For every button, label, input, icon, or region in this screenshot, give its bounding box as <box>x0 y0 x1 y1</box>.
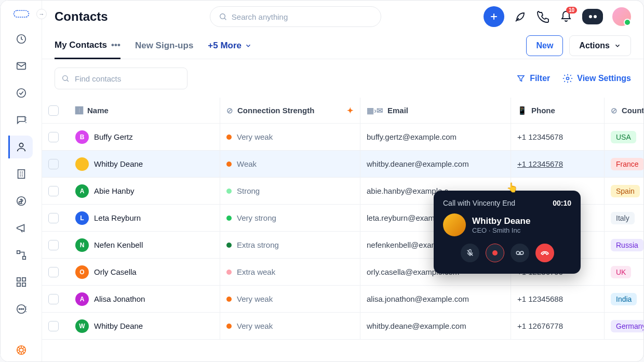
deals-icon[interactable] <box>10 190 33 212</box>
cell-country: UK <box>604 259 643 285</box>
rocket-icon[interactable] <box>514 10 527 23</box>
add-button[interactable] <box>484 6 504 27</box>
table-row[interactable]: WWhitby Deane Very weak whitby.deane@exa… <box>42 313 643 340</box>
col-phone[interactable]: 📱Phone <box>511 98 604 123</box>
cell-strength: Very strong <box>220 205 360 231</box>
top-actions: 10 <box>484 6 631 27</box>
tasks-icon[interactable] <box>10 82 33 104</box>
row-checkbox[interactable] <box>48 132 59 142</box>
more-icon[interactable]: ⋮ <box>10 298 33 320</box>
cell-phone[interactable]: +1 12345688 <box>511 286 604 312</box>
mute-button[interactable] <box>461 244 479 262</box>
svg-point-22 <box>516 251 519 254</box>
assistant-icon[interactable] <box>582 9 603 24</box>
phone-icon[interactable] <box>536 10 550 23</box>
sparkle-icon: ✦ <box>347 106 354 115</box>
svg-point-15 <box>21 309 22 310</box>
table-row[interactable]: BBuffy Gertz Very weak buffy.gertz@examp… <box>42 124 643 151</box>
col-name[interactable]: 🆃Name <box>69 106 220 115</box>
expand-sidebar-button[interactable]: → <box>36 9 47 19</box>
cell-name: BBuffy Gertz <box>69 130 220 144</box>
call-timer: 00:10 <box>553 199 571 207</box>
cell-strength: Weak <box>220 151 360 177</box>
new-button[interactable]: New <box>526 35 563 56</box>
apps-icon[interactable] <box>10 271 33 293</box>
row-checkbox[interactable] <box>48 294 59 304</box>
search-input[interactable] <box>232 12 372 21</box>
cell-name: AAbie Hanby <box>69 184 220 198</box>
voicemail-button[interactable] <box>511 244 529 262</box>
cell-email: whitby.deaner@example.com <box>360 151 511 177</box>
table-row[interactable]: Whitby Deane Weak whitby.deaner@example.… <box>42 151 643 178</box>
svg-point-4 <box>19 143 23 147</box>
tab-new-signups[interactable]: New Sign-ups <box>135 33 193 58</box>
cell-strength: Very weak <box>220 124 360 150</box>
chevron-down-icon <box>245 42 252 49</box>
record-button[interactable] <box>486 244 504 262</box>
svg-rect-9 <box>17 278 20 281</box>
call-contact-subtitle: CEO · Smith Inc <box>472 226 530 234</box>
col-strength[interactable]: ⊘Connection Strength✦ <box>220 98 360 123</box>
tab-my-contacts[interactable]: My Contacts••• <box>55 33 120 59</box>
sidebar: → ⋮ ⋮ <box>1 1 42 361</box>
chat-icon[interactable]: ⋮ <box>10 109 33 131</box>
col-country[interactable]: ⊘Country <box>604 98 643 123</box>
row-checkbox[interactable] <box>48 267 59 277</box>
contacts-icon[interactable] <box>8 136 33 158</box>
find-contacts[interactable] <box>55 68 187 89</box>
svg-rect-10 <box>22 278 25 281</box>
row-checkbox[interactable] <box>48 213 59 223</box>
row-checkbox[interactable] <box>48 240 59 250</box>
col-email[interactable]: ▦›✉Email <box>360 98 511 123</box>
companies-icon[interactable] <box>10 163 33 185</box>
filter-button[interactable]: Filter <box>516 74 550 83</box>
cell-country: France <box>604 151 643 177</box>
cell-email: whitby.deane@example.com <box>360 313 511 339</box>
svg-rect-8 <box>22 257 25 260</box>
cell-country: Russia <box>604 232 643 258</box>
view-settings-button[interactable]: View Settings <box>562 73 631 84</box>
main-content: Contacts 10 My Contacts••• New Sign-ups … <box>42 1 643 361</box>
cell-strength: Extra weak <box>220 259 360 285</box>
campaigns-icon[interactable] <box>10 217 33 239</box>
page-title: Contacts <box>55 9 108 24</box>
cell-email: buffy.gertz@example.com <box>360 124 511 150</box>
toolbar: Filter View Settings <box>42 59 643 98</box>
cell-name: LLeta Reyburn <box>69 211 220 225</box>
cell-strength: Very weak <box>220 313 360 339</box>
help-icon[interactable] <box>10 339 33 361</box>
cell-phone[interactable]: +1 12345678 <box>511 151 604 177</box>
tabs-row: My Contacts••• New Sign-ups +5 More New … <box>42 33 643 59</box>
find-input[interactable] <box>75 74 181 83</box>
select-all-checkbox[interactable] <box>48 105 59 116</box>
workflows-icon[interactable] <box>10 244 33 266</box>
svg-rect-12 <box>22 283 25 286</box>
cell-strength: Very weak <box>220 286 360 312</box>
search-icon <box>219 12 227 21</box>
cell-country: USA <box>604 124 643 150</box>
cell-country: Spain <box>604 178 643 204</box>
call-popup: Call with Vincenty End 00:10 Whitby Dean… <box>434 191 581 274</box>
cell-phone[interactable]: +1 12345678 <box>511 124 604 150</box>
cell-country: Italy <box>604 205 643 231</box>
cell-strength: Strong <box>220 178 360 204</box>
user-avatar[interactable] <box>612 7 631 26</box>
actions-button[interactable]: Actions <box>569 35 631 56</box>
bell-icon[interactable]: 10 <box>559 10 573 23</box>
row-checkbox[interactable] <box>48 321 59 331</box>
dashboard-icon[interactable] <box>10 28 33 50</box>
tab-more[interactable]: +5 More <box>208 33 252 58</box>
table-row[interactable]: AAlisa Jonathon Very weak alisa.jonathon… <box>42 286 643 313</box>
global-search[interactable] <box>210 6 381 27</box>
table-header: 🆃Name ⊘Connection Strength✦ ▦›✉Email 📱Ph… <box>42 98 643 124</box>
svg-point-20 <box>63 76 68 81</box>
row-checkbox[interactable] <box>48 159 59 169</box>
cell-phone[interactable]: +1 12676778 <box>511 313 604 339</box>
cell-strength: Extra strong <box>220 232 360 258</box>
call-contact-name: Whitby Deane <box>472 216 530 226</box>
mail-icon[interactable] <box>10 55 33 77</box>
svg-point-23 <box>520 251 523 254</box>
row-checkbox[interactable] <box>48 186 59 196</box>
svg-rect-0 <box>14 11 29 18</box>
hangup-button[interactable] <box>535 244 554 262</box>
